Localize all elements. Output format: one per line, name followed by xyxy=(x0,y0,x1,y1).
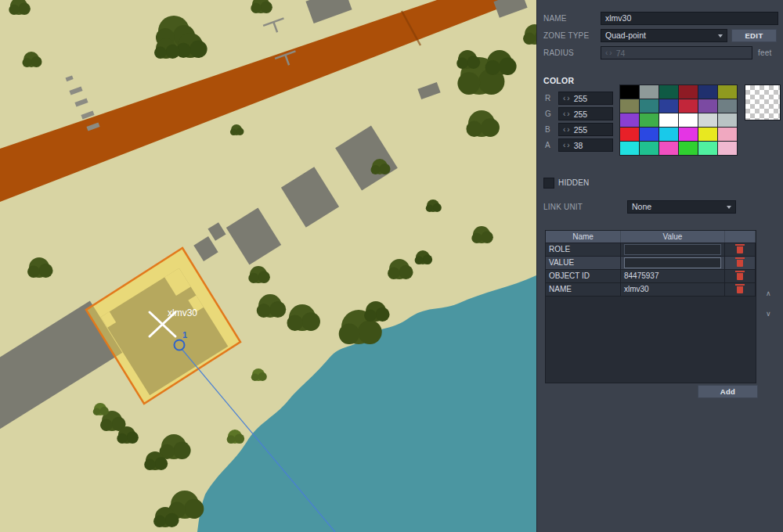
color-swatch[interactable] xyxy=(659,99,678,113)
color-swatch[interactable] xyxy=(679,85,698,99)
radius-value: 74 xyxy=(616,49,626,58)
color-swatch[interactable] xyxy=(640,128,659,141)
color-swatch[interactable] xyxy=(698,85,717,99)
delete-row-button[interactable] xyxy=(725,283,756,296)
row-name: OBJECT ID xyxy=(546,270,621,282)
channel-g-value: 255 xyxy=(574,110,588,119)
increment-icon[interactable]: › xyxy=(567,125,569,134)
row-name: ROLE xyxy=(546,243,621,256)
link-unit-label: LINK UNIT xyxy=(543,200,583,214)
color-swatch[interactable] xyxy=(698,142,717,155)
current-color-swatch[interactable] xyxy=(745,84,781,120)
channel-g-label: G xyxy=(545,107,551,120)
channel-a-value: 38 xyxy=(574,141,583,150)
color-swatch[interactable] xyxy=(640,113,659,127)
zone-type-label: ZONE TYPE xyxy=(543,29,589,42)
name-input[interactable]: xlmv30 xyxy=(601,12,778,25)
color-swatch[interactable] xyxy=(718,113,737,127)
radius-stepper[interactable]: ‹ › 74 xyxy=(601,46,752,59)
channel-a-stepper[interactable]: ‹› 38 xyxy=(558,138,613,152)
row-value[interactable] xyxy=(621,257,725,269)
row-value[interactable] xyxy=(621,243,725,256)
increment-icon[interactable]: › xyxy=(609,49,612,57)
trash-icon xyxy=(737,273,743,280)
row-value[interactable]: xlmv30 xyxy=(621,283,725,296)
edit-button[interactable]: EDIT xyxy=(731,29,777,42)
zone-name-label: xlmv30 xyxy=(168,307,197,318)
radius-unit-label: feet xyxy=(758,46,771,59)
channel-b-label: B xyxy=(545,123,550,136)
increment-icon[interactable]: › xyxy=(567,141,569,149)
delete-row-button[interactable] xyxy=(725,257,756,269)
properties-panel: NAME xlmv30 ZONE TYPE Quad-point EDIT RA… xyxy=(536,0,783,532)
column-header-name: Name xyxy=(546,231,621,243)
channel-b-stepper[interactable]: ‹› 255 xyxy=(558,123,613,136)
color-swatch[interactable] xyxy=(679,113,698,127)
decrement-icon[interactable]: ‹ xyxy=(563,110,565,118)
table-header-row: Name Value xyxy=(546,231,756,243)
scroll-up-icon[interactable]: ∧ xyxy=(766,289,771,297)
row-name: NAME xyxy=(546,283,621,296)
channel-r-label: R xyxy=(545,92,550,105)
add-row-button[interactable]: Add xyxy=(698,385,758,398)
attributes-table: Name Value ROLE VALUE OBJECT ID 84475937… xyxy=(545,230,756,383)
channel-g-stepper[interactable]: ‹› 255 xyxy=(558,107,613,120)
trash-icon xyxy=(737,246,743,253)
link-unit-value: None xyxy=(632,201,651,213)
color-swatch[interactable] xyxy=(659,113,678,127)
color-swatch[interactable] xyxy=(620,113,639,127)
color-swatch[interactable] xyxy=(698,128,717,141)
decrement-icon[interactable]: ‹ xyxy=(563,94,565,102)
color-swatch[interactable] xyxy=(718,142,737,155)
hidden-checkbox[interactable] xyxy=(543,178,554,189)
color-swatch[interactable] xyxy=(659,128,678,141)
delete-row-button[interactable] xyxy=(725,270,756,282)
increment-icon[interactable]: › xyxy=(567,94,569,102)
color-swatch[interactable] xyxy=(659,85,678,99)
name-label: NAME xyxy=(543,12,567,25)
color-swatch[interactable] xyxy=(620,99,639,113)
link-unit-dropdown[interactable]: None xyxy=(627,200,736,214)
chevron-down-icon xyxy=(727,206,731,209)
color-swatch[interactable] xyxy=(718,99,737,113)
color-swatch[interactable] xyxy=(679,128,698,141)
color-swatch[interactable] xyxy=(620,85,639,99)
map-canvas[interactable]: 1 xlmv30 xyxy=(0,0,536,532)
color-swatch[interactable] xyxy=(718,128,737,141)
row-value[interactable]: 84475937 xyxy=(621,270,725,282)
color-swatch[interactable] xyxy=(640,85,659,99)
value-input[interactable] xyxy=(624,257,721,268)
increment-icon[interactable]: › xyxy=(567,110,569,118)
color-swatch[interactable] xyxy=(620,128,639,141)
radius-label: RADIUS xyxy=(543,46,574,59)
column-header-actions xyxy=(725,231,756,243)
color-swatch[interactable] xyxy=(698,99,717,113)
color-swatch[interactable] xyxy=(679,99,698,113)
color-swatch[interactable] xyxy=(640,142,659,155)
color-swatch[interactable] xyxy=(640,99,659,113)
table-row[interactable]: NAME xlmv30 xyxy=(546,283,756,297)
trash-icon xyxy=(737,286,743,293)
column-header-value: Value xyxy=(621,231,725,243)
color-swatch[interactable] xyxy=(679,142,698,155)
decrement-icon[interactable]: ‹ xyxy=(605,49,608,57)
value-input[interactable] xyxy=(624,244,721,255)
channel-r-stepper[interactable]: ‹› 255 xyxy=(558,92,613,105)
color-swatch[interactable] xyxy=(620,142,639,155)
table-row[interactable]: ROLE xyxy=(546,243,756,257)
color-palette xyxy=(619,84,738,156)
channel-b-value: 255 xyxy=(574,125,588,135)
tree xyxy=(251,0,272,13)
color-swatch[interactable] xyxy=(698,113,717,127)
color-swatch[interactable] xyxy=(718,85,737,99)
scroll-down-icon[interactable]: ∨ xyxy=(766,310,771,318)
zone-type-dropdown[interactable]: Quad-point xyxy=(601,29,727,42)
delete-row-button[interactable] xyxy=(725,243,756,256)
table-row[interactable]: OBJECT ID 84475937 xyxy=(546,270,756,283)
chevron-down-icon xyxy=(718,34,723,38)
decrement-icon[interactable]: ‹ xyxy=(563,125,565,134)
color-swatch[interactable] xyxy=(659,142,678,155)
table-row[interactable]: VALUE xyxy=(546,257,756,270)
channel-r-value: 255 xyxy=(574,94,588,103)
decrement-icon[interactable]: ‹ xyxy=(563,141,565,149)
